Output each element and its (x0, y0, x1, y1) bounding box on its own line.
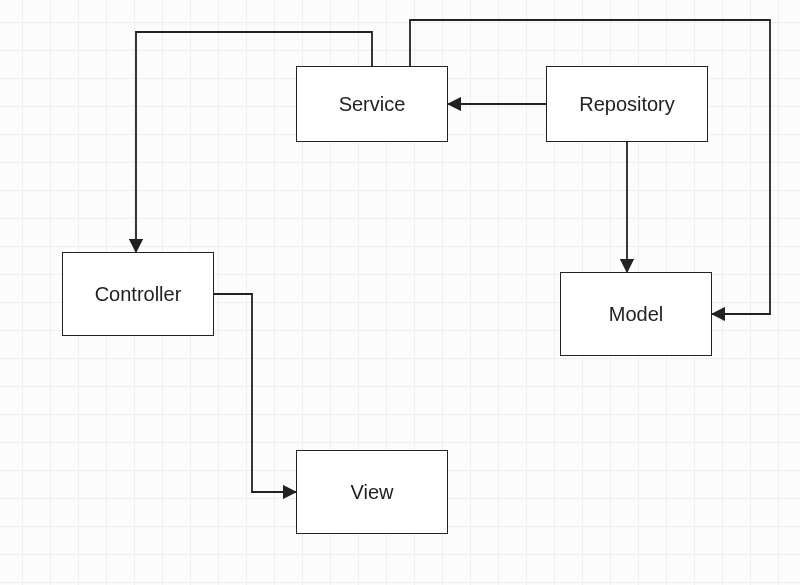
node-view: View (296, 450, 448, 534)
node-model-label: Model (609, 303, 663, 326)
node-controller-label: Controller (95, 283, 182, 306)
node-model: Model (560, 272, 712, 356)
edge-controller-view (214, 294, 296, 492)
edge-service-controller (136, 32, 372, 252)
edge-service-model (410, 20, 770, 314)
node-view-label: View (351, 481, 394, 504)
node-service-label: Service (339, 93, 406, 116)
node-controller: Controller (62, 252, 214, 336)
node-service: Service (296, 66, 448, 142)
node-repository: Repository (546, 66, 708, 142)
node-repository-label: Repository (579, 93, 675, 116)
diagram-canvas: Service Repository Controller Model View (0, 0, 800, 585)
